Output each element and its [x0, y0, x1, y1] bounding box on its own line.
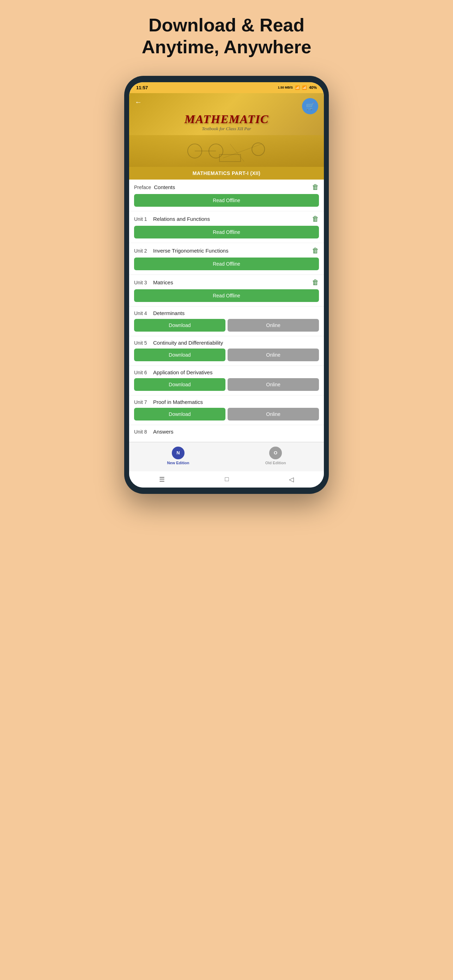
unit-header-unit3: Unit 3Matrices🗑 — [134, 278, 319, 286]
cart-button[interactable]: 🛒 — [302, 98, 318, 114]
status-time: 11:57 — [136, 85, 148, 90]
new-edition-icon: N — [172, 447, 184, 459]
download-btn-unit4[interactable]: Download — [134, 319, 226, 332]
unit-row-unit6: Unit 6Application of DerivativesDownload… — [129, 366, 324, 395]
svg-line-4 — [223, 144, 262, 158]
svg-line-5 — [230, 144, 244, 162]
online-btn-unit7[interactable]: Online — [227, 408, 319, 420]
unit-header-preface: PrefaceContents🗑 — [134, 183, 319, 191]
online-btn-unit5[interactable]: Online — [227, 348, 319, 361]
book-title-area: MATHEMATIC Textbook for Class XII Par — [135, 109, 318, 135]
unit-name-unit3: Matrices — [153, 279, 173, 285]
book-name-bar: MATHEMATICS PART-I (XII) — [129, 167, 324, 180]
old-edition-nav[interactable]: O Old Edition — [265, 447, 286, 465]
download-btn-unit6[interactable]: Download — [134, 378, 226, 391]
headline-line1: Download & Read — [149, 15, 304, 35]
wifi-icon: 📶 — [295, 85, 300, 90]
unit-row-unit3: Unit 3Matrices🗑Read Offline — [129, 275, 324, 307]
download-btn-unit5[interactable]: Download — [134, 348, 226, 361]
unit-header-unit2: Unit 2Inverse Trigonometric Functions🗑 — [134, 247, 319, 255]
headline-line2: Anytime, Anywhere — [142, 37, 312, 57]
content-list: PrefaceContents🗑Read OfflineUnit 1Relati… — [129, 180, 324, 442]
unit-num-preface: Preface — [134, 185, 151, 190]
unit-name-unit5: Continuity and Differentiability — [153, 340, 223, 346]
page-headline: Download & Read Anytime, Anywhere — [142, 14, 312, 58]
unit-header-unit1: Unit 1Relations and Functions🗑 — [134, 215, 319, 223]
unit-num-unit7: Unit 7 — [134, 399, 150, 405]
online-btn-unit6[interactable]: Online — [227, 378, 319, 391]
unit-name-unit1: Relations and Functions — [153, 216, 210, 222]
unit-num-unit2: Unit 2 — [134, 248, 150, 254]
unit-row-unit8: Unit 8Answers — [129, 425, 324, 442]
phone-frame: 11:57 1.50 MB/S 📶 📶 40% ← 🛒 MATHEMATIC T… — [124, 76, 329, 494]
read-offline-btn-unit3[interactable]: Read Offline — [134, 289, 319, 302]
android-back-icon[interactable]: ◁ — [289, 476, 294, 483]
status-bar: 11:57 1.50 MB/S 📶 📶 40% — [129, 82, 324, 93]
book-label: MATHEMATICS PART-I (XII) — [192, 170, 261, 176]
read-offline-btn-preface[interactable]: Read Offline — [134, 194, 319, 207]
android-nav: ☰ □ ◁ — [129, 471, 324, 488]
unit-num-unit4: Unit 4 — [134, 310, 150, 316]
svg-point-3 — [252, 143, 265, 156]
book-header: ← 🛒 MATHEMATIC Textbook for Class XII Pa… — [129, 93, 324, 180]
unit-row-preface: PrefaceContents🗑Read Offline — [129, 180, 324, 211]
download-btn-unit7[interactable]: Download — [134, 408, 226, 420]
battery-level: 40% — [309, 85, 317, 90]
status-right: 1.50 MB/S 📶 📶 40% — [278, 85, 317, 90]
unit-name-unit2: Inverse Trigonometric Functions — [153, 248, 228, 254]
signal-icon: 📶 — [302, 85, 307, 90]
book-subtitle: Textbook for Class XII Par — [135, 126, 318, 132]
delete-icon-unit2[interactable]: 🗑 — [312, 247, 319, 255]
read-offline-btn-unit2[interactable]: Read Offline — [134, 258, 319, 270]
unit-header-unit6: Unit 6Application of Derivatives — [134, 369, 319, 375]
home-square-icon[interactable]: □ — [225, 476, 229, 483]
unit-header-unit4: Unit 4Determinants — [134, 310, 319, 316]
unit-name-preface: Contents — [154, 184, 175, 190]
unit-row-unit5: Unit 5Continuity and DifferentiabilityDo… — [129, 336, 324, 366]
unit-header-unit8: Unit 8Answers — [134, 429, 319, 434]
data-speed: 1.50 MB/S — [278, 86, 293, 89]
unit-num-unit3: Unit 3 — [134, 280, 150, 285]
unit-name-unit4: Determinants — [153, 310, 184, 316]
unit-name-unit8: Answers — [153, 429, 173, 434]
unit-num-unit8: Unit 8 — [134, 429, 150, 434]
unit-num-unit5: Unit 5 — [134, 340, 150, 346]
unit-row-unit1: Unit 1Relations and Functions🗑Read Offli… — [129, 211, 324, 243]
back-arrow[interactable]: ← — [135, 98, 142, 106]
read-offline-btn-unit1[interactable]: Read Offline — [134, 226, 319, 239]
delete-icon-unit1[interactable]: 🗑 — [312, 215, 319, 223]
unit-num-unit6: Unit 6 — [134, 370, 150, 375]
delete-icon-unit3[interactable]: 🗑 — [312, 278, 319, 286]
new-edition-nav[interactable]: N New Edition — [167, 447, 189, 465]
book-illustration — [129, 135, 324, 167]
new-edition-label: New Edition — [167, 461, 189, 465]
online-btn-unit4[interactable]: Online — [227, 319, 319, 332]
old-edition-icon: O — [269, 447, 282, 459]
bottom-nav: N New Edition O Old Edition — [129, 442, 324, 471]
unit-header-unit5: Unit 5Continuity and Differentiability — [134, 340, 319, 346]
delete-icon-preface[interactable]: 🗑 — [312, 183, 319, 191]
old-edition-label: Old Edition — [265, 461, 286, 465]
unit-row-unit2: Unit 2Inverse Trigonometric Functions🗑Re… — [129, 243, 324, 275]
phone-screen: 11:57 1.50 MB/S 📶 📶 40% ← 🛒 MATHEMATIC T… — [129, 82, 324, 488]
unit-row-unit4: Unit 4DeterminantsDownloadOnline — [129, 307, 324, 336]
unit-num-unit1: Unit 1 — [134, 216, 150, 222]
unit-row-unit7: Unit 7Proof in MathematicsDownloadOnline — [129, 395, 324, 425]
hamburger-icon[interactable]: ☰ — [159, 476, 165, 483]
unit-name-unit6: Application of Derivatives — [153, 369, 212, 375]
unit-name-unit7: Proof in Mathematics — [153, 399, 203, 405]
book-title: MATHEMATIC — [135, 113, 318, 126]
unit-header-unit7: Unit 7Proof in Mathematics — [134, 399, 319, 405]
